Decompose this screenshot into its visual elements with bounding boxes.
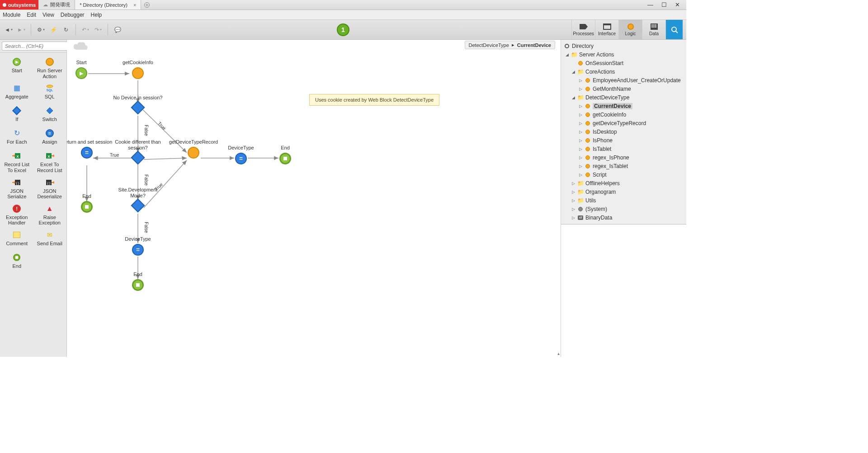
node-return-set[interactable]: Return and set session= — [67, 139, 114, 159]
tab-search[interactable] — [665, 20, 683, 39]
tool-comment[interactable]: Comment — [1, 229, 33, 250]
svg-point-11 — [47, 85, 53, 88]
tool-send-email[interactable]: ✉Send Email — [34, 229, 66, 250]
tool-start[interactable]: ▶Start — [1, 56, 33, 81]
tool-assign[interactable]: =Assign — [34, 127, 66, 149]
interface-icon — [603, 23, 611, 30]
tree-detect[interactable]: ◢📁DetectDeviceType — [561, 93, 686, 102]
tool-recordlist-to-excel[interactable]: XRecord List To Excel — [1, 149, 33, 175]
tool-for-each[interactable]: ↻For Each — [1, 127, 33, 149]
node-devicetype1[interactable]: DeviceType= — [111, 236, 165, 256]
tab-processes[interactable]: Processes — [571, 20, 595, 39]
tree-offline[interactable]: ▷📁OfflineHelpers — [561, 179, 686, 187]
edge-label-true: True — [157, 121, 167, 131]
node-cookie-diff[interactable]: Cookie different than session? — [111, 139, 165, 163]
tree-cropper[interactable]: ▷✂Cropper — [561, 222, 686, 224]
close-icon[interactable]: × — [133, 2, 136, 8]
node-start[interactable]: Start▶ — [67, 60, 108, 79]
undo-button[interactable]: ↶▾ — [80, 25, 90, 35]
menu-edit[interactable]: Edit — [27, 12, 36, 18]
tree-getcookie[interactable]: ▷getCookieInfo — [561, 110, 686, 119]
svg-rect-7 — [651, 26, 653, 28]
node-end3[interactable]: End — [111, 271, 165, 291]
properties-panel — [561, 224, 686, 357]
tool-if[interactable]: If — [1, 104, 33, 126]
redo-button[interactable]: ↷▾ — [93, 25, 103, 35]
tool-json-serialize[interactable]: { }JSON Serialize — [1, 176, 33, 201]
tree-isdesktop[interactable]: ▷IsDesktop — [561, 127, 686, 136]
tool-json-deserialize[interactable]: { }JSON Deserialize — [34, 176, 66, 201]
logic-icon — [627, 23, 634, 30]
tab-directory[interactable]: * Directory (Directory)× — [75, 0, 141, 9]
tree-binarydata[interactable]: ▷xifBinaryData — [561, 213, 686, 222]
tree-coreactions[interactable]: ◢📁CoreActions — [561, 67, 686, 76]
tree-root[interactable]: Directory — [561, 42, 686, 50]
tab-logic[interactable]: Logic — [618, 20, 642, 39]
tool-end[interactable]: End — [1, 251, 33, 273]
refresh-icon[interactable]: ↻ — [61, 25, 71, 35]
tree-isphone[interactable]: ▷IsPhone — [561, 136, 686, 145]
tree-utils[interactable]: ▷📁Utils — [561, 196, 686, 205]
tree-currentdevice[interactable]: ▷CurrentDevice — [561, 102, 686, 110]
tool-sql[interactable]: SQLSQL — [34, 82, 66, 103]
gear-icon[interactable]: ⚙▾ — [36, 25, 46, 35]
svg-rect-5 — [653, 24, 655, 26]
menu-help[interactable]: Help — [91, 12, 102, 18]
node-no-device[interactable]: No Device in session? — [111, 95, 165, 112]
node-getrecord[interactable]: getDeviceTypeRecord — [166, 139, 221, 159]
publish-badge[interactable]: 1 — [337, 23, 349, 36]
menu-view[interactable]: View — [42, 12, 54, 18]
menu-debugger[interactable]: Debugger — [61, 12, 85, 18]
publish-cloud-icon[interactable] — [72, 41, 89, 54]
tab-dev-env[interactable]: ☁開発環境 — [38, 0, 75, 9]
tool-raise-exception[interactable]: ▲Raise Exception — [34, 202, 66, 228]
tab-data[interactable]: Data — [642, 20, 665, 39]
comment-icon[interactable]: 💬 — [113, 25, 123, 35]
tree-organogram[interactable]: ▷📁Organogram — [561, 187, 686, 196]
area-tabs: Processes Interface Logic Data — [571, 20, 683, 39]
tree-getmonth[interactable]: ▷GetMonthName — [561, 84, 686, 93]
edge-label-false2: False — [144, 174, 149, 185]
tree-system[interactable]: ▷(System) — [561, 205, 686, 213]
maximize-button[interactable]: ☐ — [661, 1, 667, 8]
tool-excel-to-recordlist[interactable]: XExcel To Record List — [34, 149, 66, 175]
tool-switch[interactable]: Switch — [34, 104, 66, 126]
toolbox-search-input[interactable] — [2, 42, 71, 51]
tree-regextablet[interactable]: ▷regex_IsTablet — [561, 162, 686, 170]
tree-server-actions[interactable]: ◢📁Server Actions — [561, 50, 686, 59]
tree-emp-create[interactable]: ▷EmployeeAndUser_CreateOrUpdate — [561, 76, 686, 84]
plug-icon[interactable]: ⚡ — [48, 25, 58, 35]
flow-comment[interactable]: Uses cookie created by Web Block DetectD… — [309, 94, 439, 106]
nav-back-button[interactable]: ◄▾ — [4, 25, 14, 35]
right-panel: Directory ◢📁Server Actions OnSessionStar… — [561, 40, 686, 357]
data-icon — [651, 23, 658, 30]
breadcrumb[interactable]: DetectDeviceType▸CurrentDevice — [465, 41, 555, 49]
svg-text:SQL: SQL — [47, 89, 53, 92]
tree-getrecord[interactable]: ▷getDeviceTypeRecord — [561, 119, 686, 127]
tree-onsessionstart[interactable]: OnSessionStart — [561, 59, 686, 67]
cloud-icon: ☁ — [43, 2, 48, 8]
tool-run-server-action[interactable]: Run Server Action — [34, 56, 66, 81]
tab-interface[interactable]: Interface — [595, 20, 618, 39]
edge-label-false: False — [144, 125, 149, 135]
close-button[interactable]: ✕ — [675, 1, 680, 8]
element-tree[interactable]: Directory ◢📁Server Actions OnSessionStar… — [561, 40, 686, 224]
nav-forward-button[interactable]: ►▾ — [16, 25, 26, 35]
node-end1[interactable]: End — [67, 193, 114, 213]
tree-script[interactable]: ▷Script — [561, 170, 686, 179]
tab-add-button[interactable] — [141, 0, 153, 9]
tree-istablet[interactable]: ▷IsTablet — [561, 145, 686, 153]
processes-icon — [579, 23, 588, 30]
node-getcookieinfo[interactable]: getCookieInfo — [111, 60, 165, 79]
flow-canvas[interactable]: DetectDeviceType▸CurrentDevice Uses cook… — [67, 40, 561, 357]
menu-module[interactable]: Module — [3, 12, 20, 18]
node-end2[interactable]: End — [258, 145, 312, 164]
svg-text:X: X — [47, 154, 50, 159]
svg-rect-6 — [655, 24, 656, 26]
svg-marker-13 — [47, 107, 53, 114]
tool-exception-handler[interactable]: !Exception Handler — [1, 202, 33, 228]
minimize-button[interactable]: — — [647, 1, 653, 8]
tree-regexphone[interactable]: ▷regex_IsPhone — [561, 153, 686, 162]
window-controls: — ☐ ✕ — [641, 0, 686, 9]
tool-aggregate[interactable]: ▦Aggregate — [1, 82, 33, 103]
